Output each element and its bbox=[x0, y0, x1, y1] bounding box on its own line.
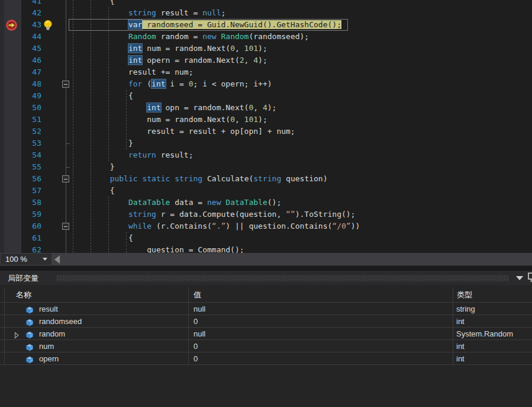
line-number[interactable]: 46 bbox=[21, 55, 41, 66]
code-text: while (r.Contains(“.”) || question.Conta… bbox=[73, 222, 360, 230]
code-text: } bbox=[73, 139, 133, 148]
code-editor[interactable]: 41 {42 string result = null;43 var rando… bbox=[0, 0, 532, 253]
code-line[interactable]: 62 question = Command(); bbox=[21, 244, 532, 253]
divider bbox=[0, 364, 532, 365]
code-line[interactable]: 41 { bbox=[21, 0, 532, 7]
line-number[interactable]: 56 bbox=[21, 173, 41, 185]
column-divider[interactable] bbox=[453, 287, 453, 364]
code-line[interactable]: 50 int opn = random.Next(0, 4); bbox=[21, 102, 532, 114]
line-number[interactable]: 48 bbox=[21, 78, 41, 90]
code-line[interactable]: 44 Random random = new Random(randomseed… bbox=[21, 31, 532, 43]
variable-name: random bbox=[39, 328, 65, 340]
pin-icon[interactable] bbox=[528, 273, 532, 283]
window-position-caret-icon[interactable] bbox=[516, 276, 523, 280]
line-number[interactable]: 60 bbox=[21, 220, 41, 232]
line-number[interactable]: 54 bbox=[21, 149, 41, 161]
variable-type: int bbox=[456, 340, 465, 352]
zoom-level-value: 100 % bbox=[1, 255, 43, 264]
code-text: result = result + op[opn] + num; bbox=[73, 127, 295, 136]
line-number[interactable]: 49 bbox=[21, 90, 41, 102]
breakpoint-margin[interactable] bbox=[4, 0, 21, 253]
drag-handle-dots[interactable] bbox=[56, 275, 509, 281]
column-header-name[interactable]: 名称 bbox=[16, 287, 31, 302]
code-lines: 41 {42 string result = null;43 var rando… bbox=[21, 0, 532, 253]
code-line[interactable]: 51 num = random.Next(0, 101); bbox=[21, 114, 532, 126]
code-text: { bbox=[73, 233, 133, 242]
locals-title-bar[interactable]: 局部变量 bbox=[0, 271, 532, 285]
scroll-left-arrow-icon[interactable] bbox=[54, 255, 60, 264]
editor-bottom-bar: 100 % bbox=[0, 253, 532, 266]
line-number[interactable]: 62 bbox=[21, 244, 41, 253]
column-header-value[interactable]: 值 bbox=[194, 287, 201, 302]
variable-name: randomseed bbox=[39, 315, 82, 328]
code-text: result += num; bbox=[73, 68, 194, 76]
code-text: return result; bbox=[73, 150, 194, 159]
code-line[interactable]: 57 { bbox=[21, 185, 532, 197]
locals-panel: 局部变量 名称 值 类型 resultnullstringrandomseed0… bbox=[0, 271, 532, 407]
code-text: public static string Calculate(string qu… bbox=[73, 174, 328, 183]
variable-name: result bbox=[39, 303, 58, 315]
variable-name: opern bbox=[39, 352, 59, 365]
variable-value[interactable]: null bbox=[194, 328, 205, 340]
line-number[interactable]: 59 bbox=[21, 209, 41, 220]
code-text: { bbox=[73, 91, 133, 100]
code-line[interactable]: 46 int opern = random.Next(2, 4); bbox=[21, 55, 532, 66]
code-line[interactable]: 59 string r = data.Compute(question, “”)… bbox=[21, 209, 532, 220]
line-number[interactable]: 58 bbox=[21, 197, 41, 209]
variable-value[interactable]: null bbox=[194, 303, 205, 315]
code-line[interactable]: 45 int num = random.Next(0, 101); bbox=[21, 43, 532, 55]
code-text: Random random = new Random(randomseed); bbox=[73, 32, 309, 41]
variable-value[interactable]: 0 bbox=[194, 315, 198, 328]
variable-type: int bbox=[456, 315, 465, 328]
code-text: { bbox=[73, 0, 114, 5]
code-text: string r = data.Compute(question, “”).To… bbox=[73, 210, 355, 219]
line-number[interactable]: 55 bbox=[21, 161, 41, 173]
code-text: DataTable data = new DataTable(); bbox=[73, 198, 281, 207]
zoom-level-dropdown[interactable]: 100 % bbox=[0, 253, 52, 265]
code-line[interactable]: 47 result += num; bbox=[21, 66, 532, 78]
variable-type: string bbox=[456, 303, 475, 315]
code-line[interactable]: 52 result = result + op[opn] + num; bbox=[21, 126, 532, 137]
line-number[interactable]: 52 bbox=[21, 126, 41, 137]
line-number[interactable]: 44 bbox=[21, 31, 41, 43]
line-number[interactable]: 42 bbox=[21, 7, 41, 19]
code-line[interactable]: 61 { bbox=[21, 232, 532, 244]
locals-title: 局部变量 bbox=[8, 273, 38, 284]
line-number[interactable]: 53 bbox=[21, 137, 41, 149]
column-header-type[interactable]: 类型 bbox=[457, 287, 472, 302]
code-text: num = random.Next(0, 101); bbox=[73, 115, 267, 124]
code-line[interactable]: 43 var randomseed = Guid.NewGuid().GetHa… bbox=[21, 19, 532, 31]
line-number[interactable]: 57 bbox=[21, 185, 41, 197]
breakpoint-current-statement-icon[interactable] bbox=[6, 20, 17, 31]
line-number[interactable]: 51 bbox=[21, 114, 41, 126]
code-line[interactable]: 55 } bbox=[21, 161, 532, 173]
line-number[interactable]: 50 bbox=[21, 102, 41, 114]
code-text: } bbox=[73, 162, 114, 171]
code-line[interactable]: 48 for (int i = 0; i < opern; i++) bbox=[21, 78, 532, 90]
code-line[interactable]: 58 DataTable data = new DataTable(); bbox=[21, 197, 532, 209]
code-line[interactable]: 49 { bbox=[21, 90, 532, 102]
code-line[interactable]: 60 while (r.Contains(“.”) || question.Co… bbox=[21, 220, 532, 232]
code-text: string result = null; bbox=[73, 8, 225, 17]
code-text: int opern = random.Next(2, 4); bbox=[73, 56, 267, 65]
code-text: for (int i = 0; i < opern; i++) bbox=[73, 79, 272, 88]
line-number[interactable]: 45 bbox=[21, 43, 41, 55]
column-divider bbox=[4, 287, 5, 364]
variable-value[interactable]: 0 bbox=[194, 352, 198, 365]
code-line[interactable]: 56 public static string Calculate(string… bbox=[21, 173, 532, 185]
code-text: { bbox=[73, 186, 114, 195]
locals-table: 名称 值 类型 resultnullstringrandomseed0intra… bbox=[0, 287, 532, 365]
line-number[interactable]: 41 bbox=[21, 0, 41, 7]
line-number[interactable]: 61 bbox=[21, 232, 41, 244]
column-divider[interactable] bbox=[188, 287, 189, 364]
quick-actions-lightbulb-icon[interactable] bbox=[43, 20, 53, 31]
panel-splitter[interactable] bbox=[0, 266, 532, 271]
variable-type: System.Random bbox=[456, 328, 513, 340]
code-line[interactable]: 42 string result = null; bbox=[21, 7, 532, 19]
line-number[interactable]: 47 bbox=[21, 66, 41, 78]
code-text: int num = random.Next(0, 101); bbox=[73, 44, 267, 53]
code-line[interactable]: 54 return result; bbox=[21, 149, 532, 161]
line-number[interactable]: 43 bbox=[21, 19, 41, 31]
variable-value[interactable]: 0 bbox=[194, 340, 198, 352]
code-line[interactable]: 53 } bbox=[21, 137, 532, 149]
